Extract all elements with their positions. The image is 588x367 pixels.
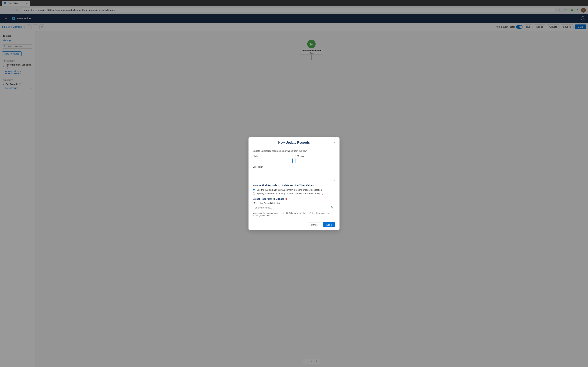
info-circle-icon[interactable]: ℹ: [334, 213, 335, 216]
modal-body: Update Salesforce records using values f…: [249, 147, 339, 220]
label-field: * Label: [253, 155, 293, 163]
record-collection-label: * Record or Record Collection: [253, 202, 335, 204]
api-name-field: * API Name: [295, 155, 335, 163]
record-collection-field: * Record or Record Collection 🔍: [253, 202, 335, 210]
label-input[interactable]: [253, 158, 293, 163]
select-records-section: Select Record(s) to Update 3 * Record or…: [253, 198, 335, 217]
how-to-find-label: How to Find Records to Update and Set Th…: [253, 184, 335, 187]
select-records-step-number: 3: [285, 198, 287, 200]
how-to-find-step-number: 1: [315, 184, 317, 187]
record-search-icon: 🔍: [331, 206, 334, 209]
radio-group: Use the IDs and all field values from a …: [253, 189, 335, 195]
info-text: Make sure that each record has an ID. Ot…: [253, 212, 335, 217]
api-required-star: *: [295, 155, 297, 158]
radio-option-2[interactable]: Specify conditions to identify records, …: [253, 192, 335, 195]
modal-header: New Update Records ×: [249, 137, 339, 147]
how-to-find-text: How to Find Records to Update and Set Th…: [253, 184, 314, 187]
select-records-label: Select Record(s) to Update: [253, 198, 284, 200]
record-collection-label-text: Record or Record Collection: [254, 202, 281, 204]
radio-step-2-number: 2: [322, 192, 323, 195]
how-to-find-section: How to Find Records to Update and Set Th…: [253, 184, 335, 195]
cancel-button[interactable]: Cancel: [308, 222, 321, 227]
description-label: Description: [253, 166, 335, 168]
record-search-field: 🔍: [253, 205, 335, 210]
radio-option-2-input[interactable]: [253, 192, 255, 195]
modal-title: New Update Records: [253, 141, 335, 144]
label-required-star: *: [253, 155, 254, 158]
modal-close-button[interactable]: ×: [332, 140, 337, 145]
modal-subtitle: Update Salesforce records using values f…: [253, 150, 335, 152]
info-text-content: Make sure that each record has an ID. Ot…: [253, 212, 333, 217]
radio-option-2-label: Specify conditions to identify records, …: [257, 192, 320, 195]
api-name-input[interactable]: [295, 158, 335, 163]
record-search-input[interactable]: [253, 205, 335, 210]
record-collection-required-star: *: [253, 202, 254, 204]
api-name-field-label: * API Name: [295, 155, 335, 158]
done-button[interactable]: Done: [323, 222, 335, 227]
select-records-title: Select Record(s) to Update 3: [253, 198, 335, 200]
label-api-row: * Label * API Name: [253, 155, 335, 163]
modal: New Update Records × Update Salesforce r…: [249, 137, 339, 230]
radio-option-1-input[interactable]: [253, 189, 255, 191]
label-field-label: * Label: [253, 155, 293, 158]
description-field: Description: [253, 166, 335, 182]
description-textarea[interactable]: [253, 169, 335, 181]
modal-footer: Cancel Done: [249, 220, 339, 230]
radio-option-1-label: Use the IDs and all field values from a …: [257, 189, 322, 191]
modal-overlay: New Update Records × Update Salesforce r…: [0, 0, 588, 367]
radio-option-1[interactable]: Use the IDs and all field values from a …: [253, 189, 335, 191]
